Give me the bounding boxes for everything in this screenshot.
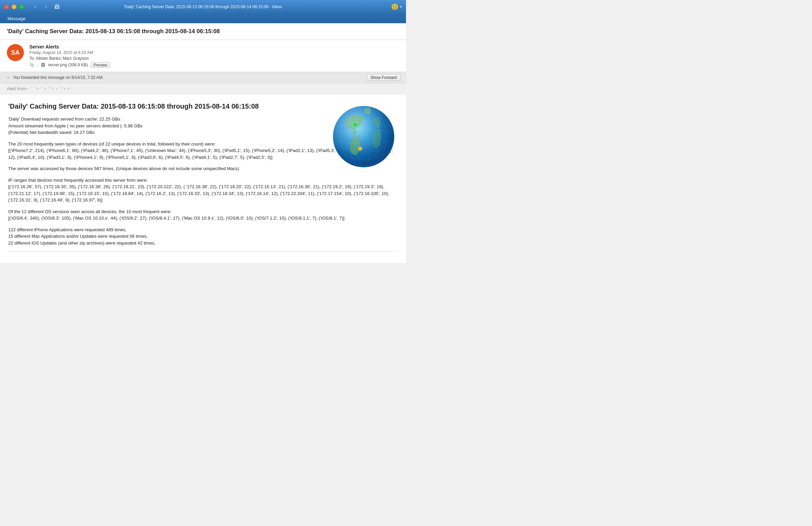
stat-line1: 'Daily' Download requests served from ca… (8, 116, 120, 122)
svg-point-3 (56, 6, 56, 7)
titlebar-right-controls: 🙂 ▾ (391, 3, 402, 11)
close-button[interactable] (4, 4, 9, 9)
stat-line3: (Potential) Net bandwidth saved: 16.27 G… (8, 130, 95, 135)
window-title: 'Daily' Caching Server Data: 2015-08-13 … (124, 4, 282, 9)
svg-rect-2 (56, 7, 58, 9)
attachment-row: 📎 : 🖼 server.png (308.9 KB) Preview (29, 62, 399, 68)
app-line2: 15 different Mac Applications and/or Upd… (8, 234, 148, 239)
os-text: Of the 12 different OS versions seen acr… (8, 209, 344, 221)
forwarded-bar: → You forwarded this message on 8/14/15,… (0, 72, 406, 83)
sender-name: Server Alerts (29, 44, 399, 50)
print-button[interactable] (53, 2, 62, 11)
paperclip-icon: 📎 (29, 63, 35, 67)
preview-button[interactable]: Preview (91, 62, 110, 68)
email-body: 'Daily' Caching Server Data: 2015-08-13 … (0, 94, 406, 263)
forwarded-text: → You forwarded this message on 8/14/15,… (5, 75, 104, 80)
to-recipients: Allister Banks; Marc Grayson (36, 56, 89, 61)
email-meta: Server Alerts Friday, August 14, 2015 at… (29, 44, 399, 68)
alert-from-bar: Alert from • ˚˙˚•·˚˙•·˚˚•˙•˙˚˚•˙•·˚ (0, 83, 406, 94)
bottom-divider (8, 251, 398, 251)
access-text: The server was accessed by those devices… (8, 166, 239, 171)
titlebar: ‹ › 'Daily' Caching Server Data: 2015-08… (0, 0, 406, 14)
maximize-button[interactable] (19, 4, 24, 9)
attachment-file-icon: 🖼 (41, 63, 45, 67)
svg-point-19 (358, 147, 362, 151)
stat-line2: Amount streamed from Apple ( no peer ser… (8, 123, 143, 128)
email-subject: 'Daily' Caching Server Data: 2015-08-13 … (7, 28, 399, 35)
to-label: To: (29, 56, 35, 61)
email-to: To: Allister Banks; Marc Grayson (29, 56, 399, 61)
alert-from-text: Alert from • ˚˙˚•·˚˙•·˚˚•˙•˙˚˚•˙•·˚ (7, 86, 73, 91)
body-ip: IP ranges that devices most frequently a… (8, 177, 398, 204)
dropdown-arrow[interactable]: ▾ (400, 4, 402, 9)
body-os: Of the 12 different OS versions seen acr… (8, 208, 398, 222)
svg-point-15 (353, 123, 357, 127)
email-date: Friday, August 14, 2015 at 6:15 AM (29, 50, 399, 55)
app-line1: 122 different iPhone Applications were r… (8, 227, 126, 232)
svg-point-13 (333, 106, 394, 167)
body-apps: 122 different iPhone Applications were r… (8, 226, 398, 247)
message-menu[interactable]: Message (4, 15, 29, 23)
avatar: SA (7, 44, 24, 61)
minimize-button[interactable] (12, 4, 16, 9)
navigation-controls: ‹ › (31, 2, 62, 11)
subject-header: 'Daily' Caching Server Data: 2015-08-13 … (0, 23, 406, 40)
attachment-filename: server.png (308.9 KB) (48, 63, 88, 67)
show-forward-button[interactable]: Show Forward (367, 74, 401, 81)
traffic-lights (4, 4, 24, 9)
globe-illustration (329, 102, 398, 171)
app-line3: 22 different iOS Updates (and other zip … (8, 240, 155, 246)
attachment-separator: : (37, 63, 38, 67)
menubar: Message (0, 14, 406, 23)
forward-button[interactable]: › (42, 2, 51, 11)
email-header: SA Server Alerts Friday, August 14, 2015… (0, 40, 406, 72)
ip-text: IP ranges that devices most frequently a… (8, 178, 389, 203)
forward-arrow-icon: → (5, 75, 10, 80)
emoji-button[interactable]: 🙂 (391, 3, 398, 11)
forwarded-message: You forwarded this message on 8/14/15, 7… (13, 75, 104, 80)
back-button[interactable]: ‹ (31, 2, 40, 11)
